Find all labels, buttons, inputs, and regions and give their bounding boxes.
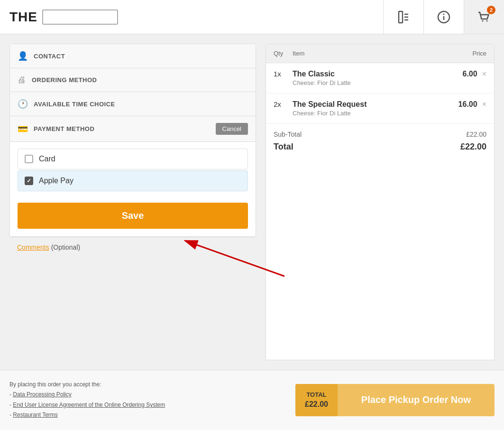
item-details: The Special Request Cheese: Fior Di Latt… — [293, 100, 458, 117]
item-qty: 1x — [274, 70, 293, 78]
footer-text-line1: By placing this order you accept the: — [9, 381, 101, 388]
comments-section: Comments(Optional) — [9, 237, 256, 259]
place-order-label: Place Pickup Order Now — [338, 388, 495, 412]
eula-link[interactable]: End User License Agreement of the Online… — [13, 402, 165, 408]
remove-item-button[interactable]: × — [482, 70, 486, 78]
total-label: Total — [274, 142, 293, 152]
qty-column-header: Qty — [274, 50, 293, 57]
logo: THE — [0, 9, 383, 25]
right-panel: Qty Item Price 1x The Classic Cheese: Fi… — [266, 44, 495, 360]
order-item: 1x The Classic Cheese: Fior Di Latte 6.0… — [266, 63, 494, 93]
time-choice-accordion[interactable]: 🕐 AVAILABLE TIME CHOICE — [10, 92, 256, 116]
footer-legal-text: By placing this order you accept the: - … — [9, 380, 286, 421]
contact-icon: 👤 — [18, 51, 28, 61]
main-content: 👤 CONTACT 🖨 ORDERING METHOD 🕐 AVAILABLE … — [0, 34, 504, 370]
data-processing-link[interactable]: Data Processing Policy — [13, 391, 71, 398]
item-details: The Classic Cheese: Fior Di Latte — [293, 70, 463, 86]
card-label: Card — [39, 155, 55, 163]
card-checkbox[interactable] — [25, 155, 33, 163]
time-choice-header[interactable]: 🕐 AVAILABLE TIME CHOICE — [10, 92, 256, 116]
left-panel: 👤 CONTACT 🖨 ORDERING METHOD 🕐 AVAILABLE … — [9, 44, 256, 237]
header-icons: 2 — [383, 0, 504, 34]
cancel-button[interactable]: Cancel — [216, 123, 248, 135]
restaurant-terms-link[interactable]: Restaurant Terms — [13, 411, 57, 418]
subtotal-value: £22.00 — [466, 131, 486, 138]
subtotal-label: Sub-Total — [274, 131, 302, 138]
total-value: £22.00 — [460, 142, 486, 152]
item-price-area: 6.00 × — [463, 70, 486, 78]
svg-point-6 — [443, 13, 445, 15]
order-totals: Sub-Total £22.00 Total £22.00 — [266, 124, 494, 159]
svg-point-8 — [486, 20, 488, 21]
order-items-list: 1x The Classic Cheese: Fior Di Latte 6.0… — [266, 63, 494, 124]
contact-label: CONTACT — [34, 53, 65, 60]
cart-badge: 2 — [487, 6, 495, 14]
payment-options-list: Card Apple Pay — [10, 142, 256, 199]
item-subtitle: Cheese: Fior Di Latte — [293, 79, 463, 86]
ordering-method-accordion[interactable]: 🖨 ORDERING METHOD — [10, 68, 256, 92]
total-row: Total £22.00 — [274, 142, 486, 152]
logo-text: THE — [9, 9, 37, 25]
card-option[interactable]: Card — [18, 149, 248, 169]
item-name: The Classic — [293, 70, 463, 78]
subtotal-row: Sub-Total £22.00 — [274, 131, 486, 138]
comments-link[interactable]: Comments — [17, 243, 49, 251]
payment-icon: 💳 — [18, 124, 28, 134]
footer: By placing this order you accept the: - … — [0, 370, 504, 430]
apple-pay-label: Apple Pay — [39, 177, 73, 185]
remove-item-button[interactable]: × — [482, 100, 486, 109]
comments-optional-text: (Optional) — [51, 243, 80, 251]
ordering-method-header[interactable]: 🖨 ORDERING METHOD — [10, 68, 256, 92]
contact-accordion[interactable]: 👤 CONTACT — [10, 44, 256, 68]
item-name: The Special Request — [293, 100, 458, 109]
cart-button[interactable]: 2 — [464, 0, 504, 34]
apple-pay-checkbox[interactable] — [25, 177, 33, 185]
price-column-header: Price — [449, 50, 486, 57]
item-column-header: Item — [293, 50, 449, 57]
svg-point-7 — [482, 20, 484, 21]
payment-method-label: PAYMENT METHOD — [34, 125, 210, 132]
item-price: 16.00 — [458, 100, 477, 109]
menu-icon — [396, 9, 411, 25]
left-panel-wrapper: 👤 CONTACT 🖨 ORDERING METHOD 🕐 AVAILABLE … — [9, 44, 256, 360]
payment-method-section: 💳 PAYMENT METHOD Cancel Card Apple Pay — [10, 116, 256, 237]
footer-total-label: TOTAL — [305, 391, 328, 399]
item-qty: 2x — [274, 100, 293, 108]
ordering-icon: 🖨 — [18, 75, 26, 85]
footer-total-value: £22.00 — [305, 399, 328, 410]
time-choice-label: AVAILABLE TIME CHOICE — [34, 101, 115, 108]
svg-rect-0 — [399, 11, 403, 23]
payment-method-header[interactable]: 💳 PAYMENT METHOD Cancel — [10, 116, 256, 142]
contact-header[interactable]: 👤 CONTACT — [10, 44, 256, 68]
time-icon: 🕐 — [18, 99, 28, 109]
item-subtitle: Cheese: Fior Di Latte — [293, 110, 458, 117]
save-button[interactable]: Save — [18, 203, 248, 229]
header: THE 2 — [0, 0, 504, 34]
info-button[interactable] — [423, 0, 464, 34]
footer-total-area: TOTAL £22.00 — [295, 384, 338, 417]
place-order-button[interactable]: TOTAL £22.00 Place Pickup Order Now — [295, 384, 495, 417]
menu-button[interactable] — [383, 0, 423, 34]
order-table-header: Qty Item Price — [266, 44, 494, 63]
logo-bar — [42, 9, 118, 25]
ordering-method-label: ORDERING METHOD — [32, 76, 97, 84]
info-icon — [436, 9, 451, 25]
item-price: 6.00 — [463, 70, 477, 78]
apple-pay-option[interactable]: Apple Pay — [18, 170, 248, 191]
item-price-area: 16.00 × — [458, 100, 486, 109]
order-item: 2x The Special Request Cheese: Fior Di L… — [266, 93, 494, 124]
